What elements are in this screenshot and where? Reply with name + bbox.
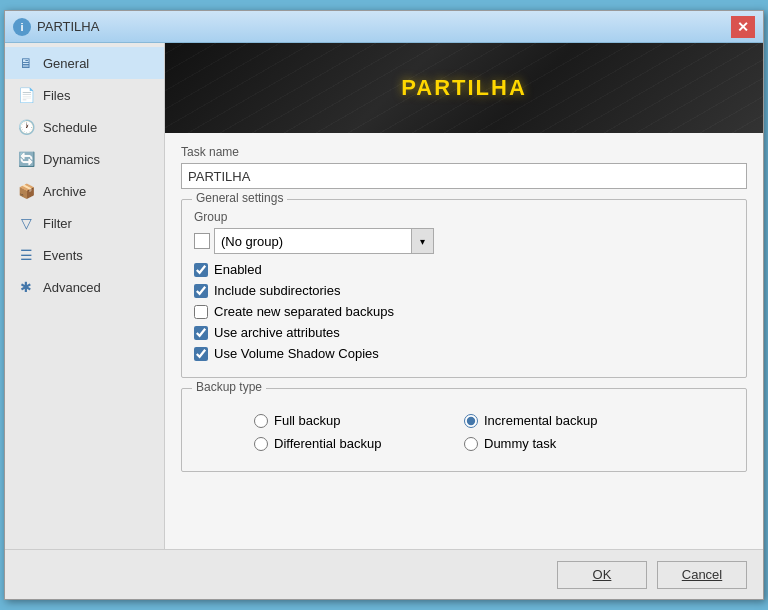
sidebar-item-files[interactable]: 📄 Files — [5, 79, 164, 111]
sidebar-label-archive: Archive — [43, 184, 86, 199]
main-content: PARTILHA Task name General settings Grou… — [165, 43, 763, 549]
full-backup-radio[interactable] — [254, 414, 268, 428]
create-new-backups-checkbox[interactable] — [194, 305, 208, 319]
radio-group: Full backup Incremental backup Different… — [194, 399, 734, 461]
radio-full: Full backup — [254, 413, 464, 428]
group-label: Group — [194, 210, 734, 224]
title-bar: i PARTILHA ✕ — [5, 11, 763, 43]
sidebar-label-advanced: Advanced — [43, 280, 101, 295]
sidebar-item-general[interactable]: 🖥 General — [5, 47, 164, 79]
include-subdirs-checkbox[interactable] — [194, 284, 208, 298]
enabled-checkbox[interactable] — [194, 263, 208, 277]
sidebar-item-archive[interactable]: 📦 Archive — [5, 175, 164, 207]
group-row: Group (No group) ▾ — [194, 210, 734, 254]
checkbox-vss: Use Volume Shadow Copies — [194, 346, 734, 361]
radio-dummy: Dummy task — [464, 436, 674, 451]
sidebar: 🖥 General 📄 Files 🕐 Schedule 🔄 Dynamics … — [5, 43, 165, 549]
use-vss-checkbox[interactable] — [194, 347, 208, 361]
sidebar-item-dynamics[interactable]: 🔄 Dynamics — [5, 143, 164, 175]
sidebar-item-events[interactable]: ☰ Events — [5, 239, 164, 271]
footer: OK Cancel — [5, 549, 763, 599]
general-icon: 🖥 — [17, 54, 35, 72]
use-archive-label: Use archive attributes — [214, 325, 340, 340]
use-archive-checkbox[interactable] — [194, 326, 208, 340]
differential-backup-label: Differential backup — [274, 436, 381, 451]
dummy-task-radio[interactable] — [464, 437, 478, 451]
task-name-label: Task name — [181, 145, 747, 159]
checkbox-archive: Use archive attributes — [194, 325, 734, 340]
include-subdirs-label: Include subdirectories — [214, 283, 340, 298]
backup-type-legend: Backup type — [192, 380, 266, 394]
incremental-backup-radio[interactable] — [464, 414, 478, 428]
events-icon: ☰ — [17, 246, 35, 264]
sidebar-label-filter: Filter — [43, 216, 72, 231]
task-name-input[interactable] — [181, 163, 747, 189]
sidebar-item-filter[interactable]: ▽ Filter — [5, 207, 164, 239]
close-button[interactable]: ✕ — [731, 16, 755, 38]
ok-button[interactable]: OK — [557, 561, 647, 589]
enabled-label: Enabled — [214, 262, 262, 277]
sidebar-label-dynamics: Dynamics — [43, 152, 100, 167]
dummy-task-label: Dummy task — [484, 436, 556, 451]
create-new-backups-label: Create new separated backups — [214, 304, 394, 319]
banner-text: PARTILHA — [401, 75, 527, 101]
group-color-box — [194, 233, 210, 249]
sidebar-label-general: General — [43, 56, 89, 71]
incremental-backup-label: Incremental backup — [484, 413, 597, 428]
dropdown-arrow-icon: ▾ — [411, 229, 433, 253]
main-window: i PARTILHA ✕ 🖥 General 📄 Files 🕐 Schedul… — [4, 10, 764, 600]
sidebar-label-files: Files — [43, 88, 70, 103]
archive-icon: 📦 — [17, 182, 35, 200]
general-settings-legend: General settings — [192, 191, 287, 205]
sidebar-item-advanced[interactable]: ✱ Advanced — [5, 271, 164, 303]
full-backup-label: Full backup — [274, 413, 340, 428]
general-settings-group: General settings Group (No group) ▾ — [181, 199, 747, 378]
form-area: Task name General settings Group (No gro… — [165, 133, 763, 549]
use-vss-label: Use Volume Shadow Copies — [214, 346, 379, 361]
radio-incremental: Incremental backup — [464, 413, 674, 428]
files-icon: 📄 — [17, 86, 35, 104]
radio-differential: Differential backup — [254, 436, 464, 451]
checkbox-include-subdirs: Include subdirectories — [194, 283, 734, 298]
filter-icon: ▽ — [17, 214, 35, 232]
dropdown-wrapper: (No group) ▾ — [194, 228, 734, 254]
window-body: 🖥 General 📄 Files 🕐 Schedule 🔄 Dynamics … — [5, 43, 763, 549]
cancel-button[interactable]: Cancel — [657, 561, 747, 589]
sidebar-label-schedule: Schedule — [43, 120, 97, 135]
sidebar-label-events: Events — [43, 248, 83, 263]
advanced-icon: ✱ — [17, 278, 35, 296]
checkbox-enabled: Enabled — [194, 262, 734, 277]
group-dropdown-value: (No group) — [215, 234, 411, 249]
app-icon: i — [13, 18, 31, 36]
backup-type-group: Backup type Full backup Incremental back… — [181, 388, 747, 472]
dynamics-icon: 🔄 — [17, 150, 35, 168]
group-dropdown[interactable]: (No group) ▾ — [214, 228, 434, 254]
title-bar-left: i PARTILHA — [13, 18, 99, 36]
differential-backup-radio[interactable] — [254, 437, 268, 451]
checkbox-create-new: Create new separated backups — [194, 304, 734, 319]
sidebar-item-schedule[interactable]: 🕐 Schedule — [5, 111, 164, 143]
schedule-icon: 🕐 — [17, 118, 35, 136]
banner: PARTILHA — [165, 43, 763, 133]
window-title: PARTILHA — [37, 19, 99, 34]
